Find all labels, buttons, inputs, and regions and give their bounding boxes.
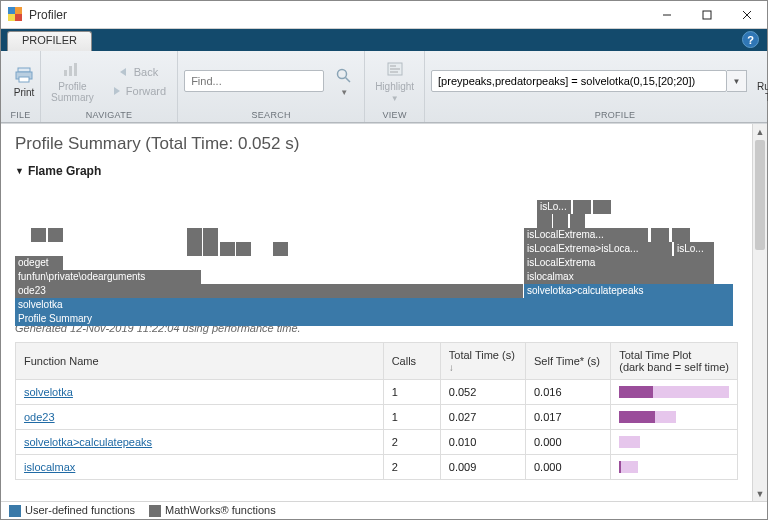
maximize-button[interactable] (687, 2, 727, 28)
svg-rect-7 (64, 70, 67, 76)
svg-rect-9 (74, 63, 77, 76)
forward-label: Forward (126, 85, 166, 97)
scroll-up-icon[interactable]: ▲ (753, 124, 767, 139)
flame-bar-calculatepeaks[interactable]: solvelotka>calculatepeaks (524, 284, 733, 298)
flame-bar[interactable] (593, 200, 611, 214)
flame-bar-odeget[interactable]: odeget (15, 256, 63, 270)
flame-bar[interactable] (570, 214, 585, 228)
flame-bar-islocal-extrema-top[interactable]: isLocalExtrema... (524, 228, 648, 242)
flame-bar[interactable] (573, 200, 591, 214)
function-link[interactable]: ode23 (24, 411, 55, 423)
cell-fn: islocalmax (16, 455, 384, 480)
cell-total: 0.052 (440, 380, 525, 405)
flame-bar[interactable] (553, 214, 568, 228)
flame-bar[interactable] (203, 228, 218, 242)
flame-bar-islocal-extrema-gt[interactable]: isLocalExtrema>isLoca... (524, 242, 672, 256)
col-time-plot[interactable]: Total Time Plot (dark band = self time) (611, 343, 738, 380)
flame-bar[interactable] (651, 228, 669, 242)
tab-profiler[interactable]: PROFILER (7, 31, 92, 51)
cell-plot (611, 405, 738, 430)
highlight-icon (385, 59, 405, 79)
vertical-scrollbar[interactable]: ▲ ▼ (752, 124, 767, 501)
flame-bar-profile-summary[interactable]: Profile Summary (15, 312, 733, 326)
flame-bar[interactable] (187, 242, 202, 256)
help-button[interactable]: ? (742, 31, 759, 48)
flame-bar[interactable] (203, 242, 218, 256)
cell-fn: ode23 (16, 405, 384, 430)
function-table: Function Name Calls Total Time (s) Self … (15, 342, 738, 480)
col-total-time[interactable]: Total Time (s) (440, 343, 525, 380)
legend-user-swatch (9, 505, 21, 517)
flame-bar-islocal-extrema[interactable]: isLocalExtrema (524, 256, 714, 270)
cell-fn: solvelotka (16, 380, 384, 405)
svg-point-10 (338, 69, 347, 78)
flame-graph[interactable]: odeget funfun\private\odearguments ode23… (15, 186, 738, 316)
chevron-down-icon: ▼ (733, 77, 741, 86)
close-button[interactable] (727, 2, 767, 28)
find-input[interactable] (185, 75, 323, 87)
flame-bar-ode23[interactable]: ode23 (15, 284, 523, 298)
svg-rect-8 (69, 66, 72, 76)
flame-bar-solvelotka[interactable]: solvelotka (15, 298, 733, 312)
flame-bar[interactable] (31, 228, 46, 242)
flame-bar[interactable] (48, 228, 63, 242)
svg-rect-1 (703, 11, 711, 19)
search-icon (334, 66, 354, 86)
scroll-thumb[interactable] (755, 140, 765, 250)
run-and-time-button[interactable]: Run and Time (753, 56, 768, 106)
flame-bar-odearguments[interactable]: funfun\private\odearguments (15, 270, 201, 284)
flame-bar-islo[interactable]: isLo... (537, 200, 571, 214)
cell-calls: 1 (383, 405, 440, 430)
svg-rect-13 (390, 65, 396, 67)
table-row: solvelotka>calculatepeaks20.0100.000 (16, 430, 738, 455)
cell-self: 0.017 (526, 405, 611, 430)
cell-plot (611, 455, 738, 480)
main-scroll-area[interactable]: Profile Summary (Total Time: 0.052 s) Fl… (1, 124, 752, 501)
chevron-down-icon: ▼ (391, 94, 399, 103)
function-link[interactable]: islocalmax (24, 461, 75, 473)
cell-calls: 1 (383, 380, 440, 405)
code-input[interactable] (432, 75, 726, 87)
cell-plot (611, 380, 738, 405)
cell-plot (611, 430, 738, 455)
time-plot (619, 461, 729, 473)
legend-mw-swatch (149, 505, 161, 517)
cell-self: 0.000 (526, 455, 611, 480)
print-button[interactable]: Print (7, 62, 41, 101)
flame-bar[interactable] (672, 228, 690, 242)
profile-summary-button[interactable]: Profile Summary (47, 56, 98, 106)
table-row: ode2310.0270.017 (16, 405, 738, 430)
flame-graph-section-toggle[interactable]: Flame Graph (15, 164, 738, 178)
col-calls[interactable]: Calls (383, 343, 440, 380)
cell-calls: 2 (383, 430, 440, 455)
flame-bar[interactable] (220, 242, 235, 256)
code-history-dropdown[interactable]: ▼ (727, 70, 747, 92)
function-link[interactable]: solvelotka (24, 386, 73, 398)
col-function-name[interactable]: Function Name (16, 343, 384, 380)
highlight-button[interactable]: Highlight ▼ (371, 56, 418, 106)
back-label: Back (134, 66, 158, 78)
minimize-button[interactable] (647, 2, 687, 28)
scroll-down-icon[interactable]: ▼ (753, 486, 767, 501)
group-label-profile: PROFILE (431, 108, 768, 121)
svg-rect-4 (18, 68, 30, 72)
find-button[interactable]: ▼ (330, 63, 358, 100)
back-button[interactable]: Back (104, 63, 171, 81)
table-row: solvelotka10.0520.016 (16, 380, 738, 405)
svg-rect-15 (390, 71, 398, 73)
flame-bar-islocalmax[interactable]: islocalmax (524, 270, 714, 284)
flame-bar[interactable] (537, 214, 552, 228)
flame-bar-islo2[interactable]: isLo... (674, 242, 714, 256)
time-plot (619, 411, 729, 423)
flame-bar[interactable] (273, 242, 288, 256)
matlab-icon (8, 7, 24, 23)
col-self-time[interactable]: Self Time* (s) (526, 343, 611, 380)
print-label: Print (14, 87, 35, 98)
function-link[interactable]: solvelotka>calculatepeaks (24, 436, 152, 448)
flame-bar[interactable] (187, 228, 202, 242)
legend-mathworks: MathWorks® functions (149, 504, 276, 517)
time-plot (619, 386, 729, 398)
cell-fn: solvelotka>calculatepeaks (16, 430, 384, 455)
flame-bar[interactable] (236, 242, 251, 256)
forward-button[interactable]: Forward (104, 82, 171, 100)
